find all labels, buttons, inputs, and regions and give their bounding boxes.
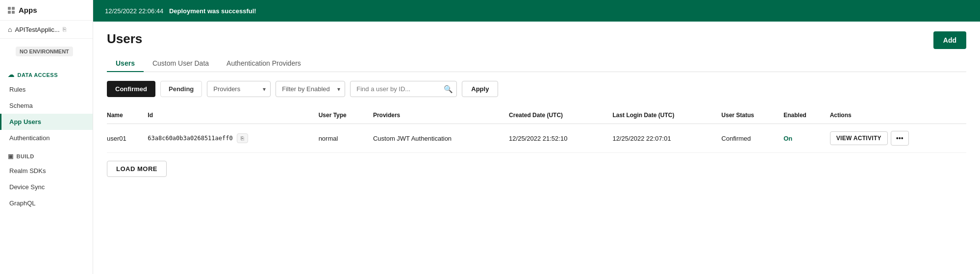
add-button[interactable]: Add xyxy=(933,31,966,49)
tabs-bar: Users Custom User Data Authentication Pr… xyxy=(107,55,966,72)
tab-users[interactable]: Users xyxy=(107,55,144,72)
col-actions: Actions xyxy=(830,107,966,124)
app-name-row: ⌂ APITestApplic... ⎘ xyxy=(0,21,93,39)
grid-icon xyxy=(8,7,15,14)
tab-custom-user-data[interactable]: Custom User Data xyxy=(144,55,218,72)
sidebar-item-authentication[interactable]: Authentication xyxy=(0,130,93,146)
confirmed-filter-button[interactable]: Confirmed xyxy=(107,81,155,97)
content-area: Add Users Users Custom User Data Authent… xyxy=(93,22,980,274)
cell-name: user01 xyxy=(107,124,148,153)
banner-message: Deployment was successful! xyxy=(169,7,256,15)
sidebar-item-realm-sdks[interactable]: Realm SDKs xyxy=(0,163,93,179)
cell-actions: VIEW ACTIVITY ••• xyxy=(830,124,966,153)
cell-enabled: On xyxy=(783,124,829,153)
cell-created-date: 12/25/2022 21:52:10 xyxy=(509,124,612,153)
sidebar-item-schema[interactable]: Schema xyxy=(0,98,93,114)
col-enabled: Enabled xyxy=(783,107,829,124)
apply-button[interactable]: Apply xyxy=(462,81,498,97)
providers-select-wrapper: Providers xyxy=(207,81,271,97)
page-title: Users xyxy=(107,31,966,47)
more-options-button[interactable]: ••• xyxy=(891,131,909,146)
build-section-label: ▣ BUILD xyxy=(0,146,93,163)
id-cell-wrapper: 63a8c60a0b3a0268511aeff0 ⎘ xyxy=(148,133,312,143)
load-more-button[interactable]: LOAD MORE xyxy=(107,161,167,177)
enabled-select[interactable]: Filter by Enabled xyxy=(276,81,345,97)
sidebar: Apps ⌂ APITestApplic... ⎘ NO ENVIRONMENT… xyxy=(0,0,93,274)
search-icon-button[interactable]: 🔍 xyxy=(444,85,453,94)
filters-row: Confirmed Pending Providers Filter by En… xyxy=(107,81,966,97)
view-activity-button[interactable]: VIEW ACTIVITY xyxy=(830,131,888,145)
table-header-row: Name Id User Type Providers Created Date… xyxy=(107,107,966,124)
monitor-icon: ▣ xyxy=(8,153,14,160)
enabled-select-wrapper: Filter by Enabled xyxy=(276,81,345,97)
cloud-icon: ☁ xyxy=(8,71,15,78)
pending-filter-button[interactable]: Pending xyxy=(160,81,202,97)
sidebar-item-device-sync[interactable]: Device Sync xyxy=(0,179,93,195)
copy-icon[interactable]: ⎘ xyxy=(63,26,66,33)
apps-nav[interactable]: Apps xyxy=(0,0,93,21)
col-created-date: Created Date (UTC) xyxy=(509,107,612,124)
banner-timestamp: 12/25/2022 22:06:44 xyxy=(105,7,163,15)
copy-id-button[interactable]: ⎘ xyxy=(237,133,248,143)
actions-cell-wrapper: VIEW ACTIVITY ••• xyxy=(830,131,960,146)
tab-auth-providers[interactable]: Authentication Providers xyxy=(218,55,310,72)
id-value: 63a8c60a0b3a0268511aeff0 xyxy=(148,135,232,142)
success-banner: 12/25/2022 22:06:44 Deployment was succe… xyxy=(93,0,980,22)
sidebar-item-rules[interactable]: Rules xyxy=(0,81,93,98)
search-input[interactable] xyxy=(350,81,457,97)
col-providers: Providers xyxy=(373,107,509,124)
table-row: user01 63a8c60a0b3a0268511aeff0 ⎘ normal… xyxy=(107,124,966,153)
home-icon: ⌂ xyxy=(8,25,12,33)
search-wrapper: 🔍 xyxy=(350,81,457,97)
cell-user-type: normal xyxy=(319,124,373,153)
cell-last-login: 12/25/2022 22:07:01 xyxy=(612,124,721,153)
sidebar-item-app-users[interactable]: App Users xyxy=(0,114,93,130)
users-table: Name Id User Type Providers Created Date… xyxy=(107,107,966,153)
col-last-login: Last Login Date (UTC) xyxy=(612,107,721,124)
main-area: 12/25/2022 22:06:44 Deployment was succe… xyxy=(93,0,980,274)
col-id: Id xyxy=(148,107,318,124)
col-name: Name xyxy=(107,107,148,124)
col-user-status: User Status xyxy=(722,107,784,124)
sidebar-item-graphql[interactable]: GraphQL xyxy=(0,195,93,211)
apps-label: Apps xyxy=(19,6,37,14)
col-user-type: User Type xyxy=(319,107,373,124)
providers-select[interactable]: Providers xyxy=(207,81,271,97)
no-environment-badge: NO ENVIRONMENT xyxy=(16,47,73,56)
cell-status: Confirmed xyxy=(722,124,784,153)
data-access-section-label: ☁ DATA ACCESS xyxy=(0,64,93,81)
cell-id: 63a8c60a0b3a0268511aeff0 ⎘ xyxy=(148,124,318,153)
cell-providers: Custom JWT Authentication xyxy=(373,124,509,153)
app-name-label: APITestApplic... xyxy=(15,26,59,33)
